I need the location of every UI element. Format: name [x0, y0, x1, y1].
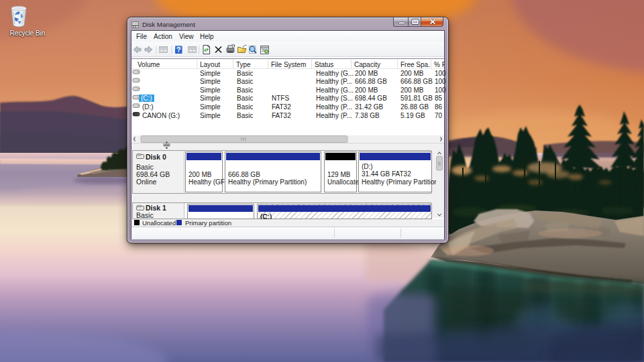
- svg-text:?: ?: [176, 46, 180, 54]
